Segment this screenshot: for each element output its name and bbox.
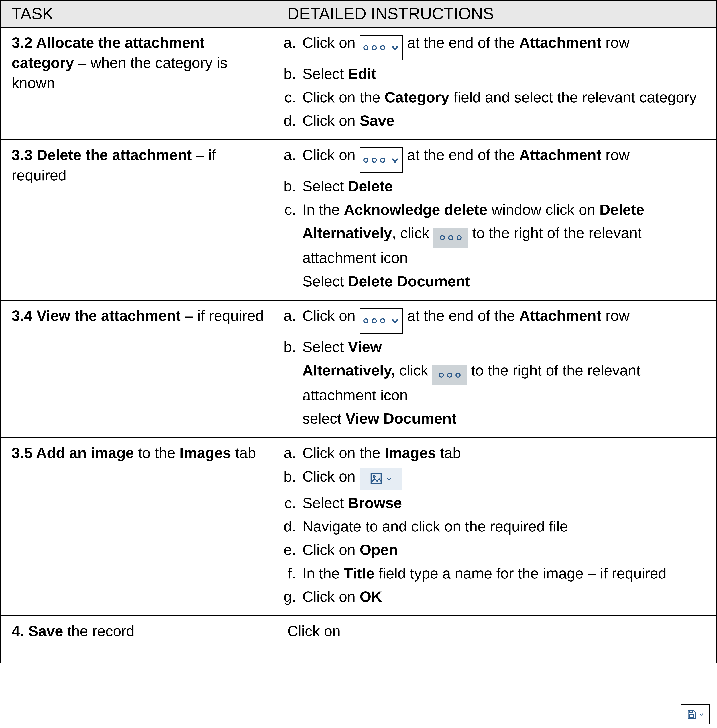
more-badge [433, 228, 468, 248]
instruction-sublist: Alternatively, click to the right of the… [302, 360, 705, 429]
instruction-item: Select Delete [300, 176, 705, 196]
header-instructions: DETAILED INSTRUCTIONS [276, 0, 717, 27]
instruction-list: Click on at the end of the Attachment ro… [287, 33, 705, 131]
save-dropdown-badge [680, 704, 710, 724]
table-row: 3.5 Add an image to the Images tabClick … [0, 437, 717, 616]
svg-point-1 [373, 476, 375, 478]
svg-rect-3 [689, 714, 694, 718]
picture-dropdown-badge [360, 468, 402, 490]
instruction-item: Click on at the end of the Attachment ro… [300, 33, 705, 61]
task-cell: 3.5 Add an image to the Images tab [0, 437, 276, 616]
more-dropdown-badge [360, 308, 403, 334]
table-row: 3.2 Allocate the attachment category – w… [0, 27, 717, 140]
instruction-item: Click on the Category field and select t… [300, 87, 705, 107]
instruction-item: Select Browse [300, 493, 705, 513]
table-row: 4. Save the recordClick on [0, 616, 717, 663]
task-cell: 3.2 Allocate the attachment category – w… [0, 27, 276, 140]
header-task: TASK [0, 0, 276, 27]
instruction-subitem: Select Delete Document [302, 271, 705, 292]
instruction-list: Click on at the end of the Attachment ro… [287, 306, 705, 429]
instruction-list: Click on the Images tabClick on Select B… [287, 443, 705, 607]
instruction-item: Navigate to and click on the required fi… [300, 516, 705, 537]
more-badge [432, 365, 467, 385]
more-dropdown-badge [360, 35, 403, 61]
instruction-subitem: Alternatively, click to the right of the… [302, 223, 705, 268]
instruction-item: Click on [300, 466, 705, 490]
svg-rect-2 [689, 711, 693, 713]
instructions-table: TASK DETAILED INSTRUCTIONS 3.2 Allocate … [0, 0, 717, 663]
instruction-item: Click on at the end of the Attachment ro… [300, 306, 705, 334]
instruction-item: Select Edit [300, 64, 705, 84]
chevron-down-icon [391, 316, 400, 325]
instruction-item: In the Acknowledge delete window click o… [300, 200, 705, 292]
chevron-down-icon [699, 712, 704, 717]
instructions-cell: Click on [276, 616, 717, 663]
instructions-cell: Click on at the end of the Attachment ro… [276, 140, 717, 300]
task-cell: 3.4 View the attachment – if required [0, 300, 276, 437]
task-cell: 3.3 Delete the attachment – if required [0, 140, 276, 300]
more-dropdown-badge [360, 147, 403, 173]
chevron-down-icon [391, 43, 400, 52]
task-cell: 4. Save the record [0, 616, 276, 663]
instruction-item: Click on at the end of the Attachment ro… [300, 145, 705, 173]
table-header-row: TASK DETAILED INSTRUCTIONS [0, 0, 717, 27]
instructions-cell: Click on at the end of the Attachment ro… [276, 27, 717, 140]
instructions-cell: Click on the Images tabClick on Select B… [276, 437, 717, 616]
table-row: 3.3 Delete the attachment – if requiredC… [0, 140, 717, 300]
instructions-cell: Click on at the end of the Attachment ro… [276, 300, 717, 437]
chevron-down-icon [391, 156, 400, 165]
instruction-item: Select ViewAlternatively, click to the r… [300, 337, 705, 429]
table-row: 3.4 View the attachment – if requiredCli… [0, 300, 717, 437]
instruction-item: In the Title field type a name for the i… [300, 563, 705, 583]
instruction-item: Click on the Images tab [300, 443, 705, 463]
instruction-item: Click on Open [300, 540, 705, 560]
instruction-sublist: Alternatively, click to the right of the… [302, 223, 705, 291]
instruction-item: Click on Save [300, 111, 705, 131]
instruction-list: Click on at the end of the Attachment ro… [287, 145, 705, 292]
instruction-subitem: select View Document [302, 409, 705, 429]
chevron-down-icon [386, 476, 392, 482]
save-icon [686, 709, 697, 719]
instruction-item: Click on OK [300, 587, 705, 607]
picture-icon [370, 473, 382, 485]
instruction-subitem: Alternatively, click to the right of the… [302, 360, 705, 405]
